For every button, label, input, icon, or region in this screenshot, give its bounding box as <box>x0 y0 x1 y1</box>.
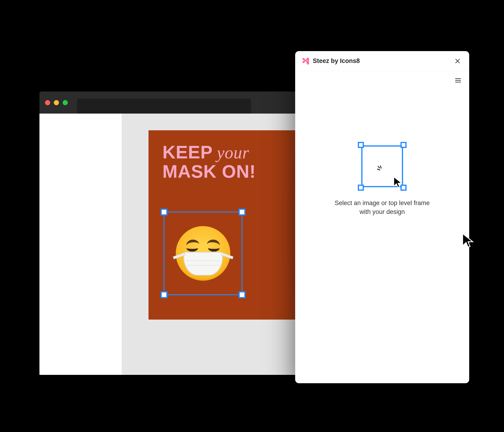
window-controls <box>45 100 68 105</box>
emoji-eye-right <box>208 248 220 252</box>
hint-line-1: Select an image or top level frame <box>335 199 430 208</box>
plugin-body: Select an image or top level frame with … <box>295 90 469 383</box>
plugin-title: Steez by Icons8 <box>313 57 449 65</box>
scissors-ruler-icon <box>302 58 309 65</box>
plugin-panel: Steez by Icons8 <box>295 51 469 383</box>
masked-face-emoji-icon[interactable] <box>176 226 230 281</box>
cursor-pointer-icon <box>392 176 405 188</box>
svg-line-15 <box>378 166 380 168</box>
menu-button[interactable] <box>453 76 463 85</box>
emoji-brow-left <box>186 239 199 246</box>
emoji-brow-right <box>207 239 220 246</box>
hint-text: Select an image or top level frame with … <box>335 199 430 216</box>
window-close-button[interactable] <box>45 100 50 105</box>
hamburger-icon <box>455 77 461 84</box>
window-zoom-button[interactable] <box>63 100 68 105</box>
hint-handle <box>358 185 364 191</box>
poster-word-keep: KEEP <box>162 143 213 161</box>
plugin-header: Steez by Icons8 <box>295 51 469 71</box>
poster-line-mask-on: MASK ON! <box>162 162 256 181</box>
svg-line-13 <box>378 169 380 170</box>
hint-handle <box>358 142 364 148</box>
window-minimize-button[interactable] <box>54 100 59 105</box>
plugin-toolbar <box>295 71 469 90</box>
canvas-selection-box[interactable] <box>164 212 243 295</box>
selection-handle-tl[interactable] <box>161 208 168 216</box>
hint-illustration <box>361 145 403 187</box>
emoji-eye-left <box>187 248 198 252</box>
poster-headline: KEEP your MASK ON! <box>162 143 256 181</box>
selection-handle-tr[interactable] <box>239 208 245 216</box>
editor-tab[interactable] <box>77 99 251 113</box>
hint-line-2: with your design <box>335 208 430 216</box>
svg-line-14 <box>380 166 381 168</box>
hint-handle <box>401 142 406 148</box>
spark-icon <box>376 164 386 174</box>
selection-handle-br[interactable] <box>239 291 245 298</box>
close-button[interactable] <box>453 56 462 66</box>
close-icon <box>454 58 461 64</box>
selection-handle-bl[interactable] <box>161 291 168 298</box>
emoji-mask <box>183 252 223 276</box>
poster-word-your: your <box>217 144 249 161</box>
layers-panel[interactable] <box>39 113 122 375</box>
system-cursor-icon <box>461 232 477 249</box>
